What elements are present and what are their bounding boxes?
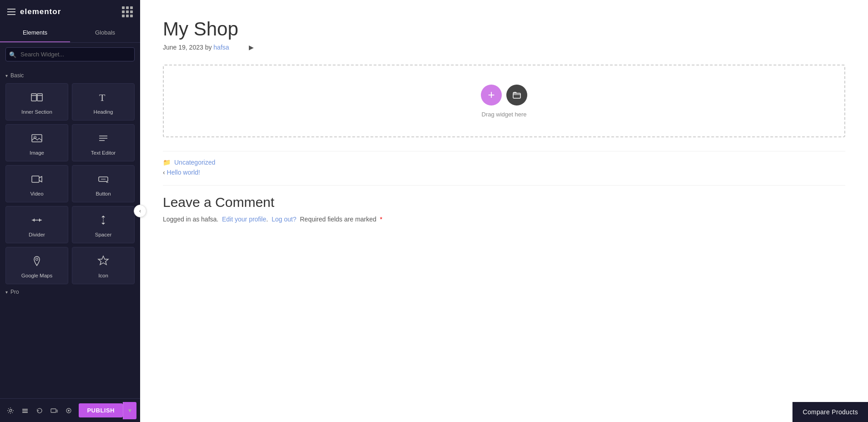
hamburger-menu-icon[interactable] bbox=[7, 9, 15, 15]
collapse-panel-button[interactable]: ‹ bbox=[134, 205, 146, 217]
svg-marker-15 bbox=[39, 218, 41, 222]
cursor-indicator: ▶ bbox=[249, 44, 254, 51]
svg-rect-24 bbox=[22, 412, 28, 413]
text-editor-icon bbox=[97, 132, 110, 146]
svg-point-28 bbox=[68, 410, 70, 412]
widget-button[interactable]: Button bbox=[72, 165, 135, 202]
add-widget-button[interactable]: + bbox=[481, 85, 502, 106]
widget-image[interactable]: Image bbox=[5, 124, 68, 161]
widget-divider-label: Divider bbox=[29, 232, 45, 237]
sidebar-header: elementor bbox=[0, 0, 140, 24]
section-basic-text: Basic bbox=[10, 72, 24, 79]
widget-text-editor-label: Text Editor bbox=[91, 150, 116, 156]
compare-products-button[interactable]: Compare Products bbox=[792, 402, 868, 422]
add-folder-button[interactable] bbox=[506, 85, 527, 106]
category-row: 📁 Uncategorized bbox=[163, 159, 845, 166]
svg-rect-10 bbox=[32, 176, 39, 182]
widget-icon-label: Icon bbox=[98, 273, 108, 278]
section-basic-label: ▾ Basic bbox=[5, 72, 135, 79]
required-star: * bbox=[380, 216, 382, 223]
content-inner: My Shop June 19, 2023 by hafsa ▶ + Drag … bbox=[140, 0, 868, 422]
inner-section-icon bbox=[30, 91, 43, 106]
widgets-area: ▾ Basic Inner Section bbox=[0, 66, 140, 398]
widget-google-maps[interactable]: Google Maps bbox=[5, 247, 68, 284]
logout-link[interactable]: Log out? bbox=[272, 216, 297, 223]
svg-rect-0 bbox=[31, 94, 36, 101]
post-date: June 19, 2023 by bbox=[163, 44, 212, 51]
svg-text:T: T bbox=[99, 92, 106, 103]
heading-icon: T bbox=[97, 91, 110, 106]
responsive-button[interactable] bbox=[47, 402, 61, 419]
drag-hint-text: Drag widget here bbox=[482, 111, 527, 118]
publish-button[interactable]: PUBLISH bbox=[79, 403, 123, 417]
post-footer-nav: ‹ Hello world! bbox=[163, 169, 845, 176]
tab-globals[interactable]: Globals bbox=[70, 24, 140, 42]
tab-elements[interactable]: Elements bbox=[0, 24, 70, 42]
bottom-toolbar: PUBLISH ▼ bbox=[0, 398, 140, 422]
svg-marker-17 bbox=[101, 216, 105, 217]
post-meta: June 19, 2023 by hafsa ▶ bbox=[163, 44, 845, 51]
post-footer: 📁 Uncategorized ‹ Hello world! bbox=[163, 151, 845, 176]
elementor-logo: elementor bbox=[20, 7, 61, 16]
post-title: My Shop bbox=[163, 18, 845, 40]
folder-icon: 📁 bbox=[163, 159, 171, 166]
spacer-icon bbox=[97, 214, 110, 228]
image-icon bbox=[30, 132, 43, 146]
widget-button-label: Button bbox=[96, 191, 111, 196]
svg-rect-23 bbox=[22, 410, 28, 411]
layers-button[interactable] bbox=[18, 402, 32, 419]
widget-image-label: Image bbox=[30, 150, 44, 156]
logged-in-text: Logged in as hafsa. Edit your profile. L… bbox=[163, 216, 845, 223]
widget-inner-section[interactable]: Inner Section bbox=[5, 83, 68, 121]
search-box: 🔍 bbox=[0, 43, 140, 66]
widget-divider[interactable]: Divider bbox=[5, 206, 68, 243]
svg-rect-1 bbox=[37, 94, 42, 101]
widget-video[interactable]: Video bbox=[5, 165, 68, 202]
widget-heading[interactable]: T Heading bbox=[72, 83, 135, 121]
svg-marker-20 bbox=[98, 256, 108, 265]
post-author-link[interactable]: hafsa bbox=[213, 44, 229, 51]
icon-widget-icon bbox=[97, 255, 110, 269]
leave-comment-title: Leave a Comment bbox=[163, 195, 845, 210]
widget-heading-label: Heading bbox=[94, 109, 113, 115]
publish-expand-button[interactable]: ▼ bbox=[123, 402, 136, 419]
widget-text-editor[interactable]: Text Editor bbox=[72, 124, 135, 161]
section-pro-text: Pro bbox=[10, 289, 19, 295]
divider-icon bbox=[30, 214, 43, 228]
main-content: My Shop June 19, 2023 by hafsa ▶ + Drag … bbox=[140, 0, 868, 422]
section-divider bbox=[163, 185, 845, 186]
widget-icon[interactable]: Icon bbox=[72, 247, 135, 284]
widget-video-label: Video bbox=[30, 191, 43, 196]
section-pro-label: ▾ Pro bbox=[5, 289, 135, 295]
svg-marker-14 bbox=[33, 218, 35, 222]
settings-button[interactable] bbox=[4, 402, 17, 419]
basic-widgets-grid: Inner Section T Heading bbox=[5, 83, 135, 284]
drop-zone-buttons: + bbox=[481, 85, 527, 106]
svg-rect-5 bbox=[32, 135, 42, 142]
sidebar-tabs: Elements Globals bbox=[0, 24, 140, 43]
svg-marker-18 bbox=[101, 223, 105, 225]
drop-zone: + Drag widget here bbox=[163, 65, 845, 137]
widget-google-maps-label: Google Maps bbox=[21, 273, 52, 278]
history-button[interactable] bbox=[33, 402, 46, 419]
prev-post-link[interactable]: Hello world! bbox=[167, 169, 200, 176]
search-icon: 🔍 bbox=[9, 51, 16, 58]
svg-rect-22 bbox=[22, 409, 28, 410]
svg-rect-26 bbox=[56, 410, 58, 412]
edit-profile-link[interactable]: Edit your profile bbox=[222, 216, 266, 223]
grid-menu-icon[interactable] bbox=[122, 6, 133, 17]
category-link[interactable]: Uncategorized bbox=[174, 159, 215, 166]
required-text: Required fields are marked bbox=[300, 216, 376, 223]
svg-point-21 bbox=[9, 409, 11, 412]
prev-arrow: ‹ bbox=[163, 169, 167, 176]
widget-spacer[interactable]: Spacer bbox=[72, 206, 135, 243]
logged-in-prefix: Logged in as hafsa. bbox=[163, 216, 218, 223]
svg-rect-25 bbox=[51, 409, 56, 412]
search-input[interactable] bbox=[5, 47, 135, 61]
preview-button[interactable] bbox=[62, 402, 76, 419]
svg-point-19 bbox=[36, 258, 38, 261]
video-icon bbox=[30, 173, 43, 187]
widget-inner-section-label: Inner Section bbox=[21, 109, 52, 115]
svg-rect-29 bbox=[513, 93, 520, 98]
widget-spacer-label: Spacer bbox=[95, 232, 111, 237]
